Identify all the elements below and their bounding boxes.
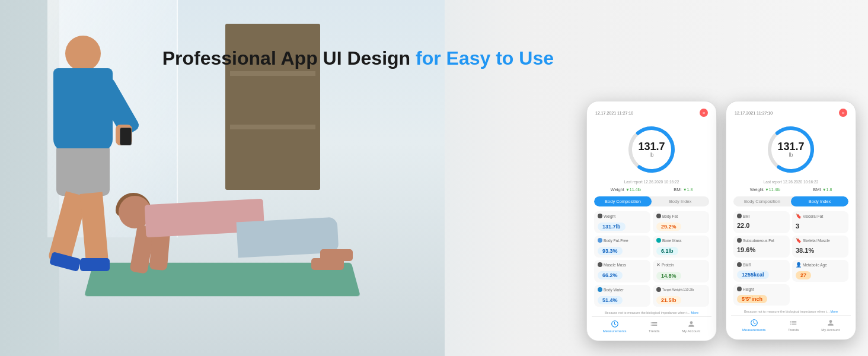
phone2-weight-stat: Weight ▼11.4lb xyxy=(750,187,780,192)
comp-fatfree-label: Body Fat-Free xyxy=(604,239,628,243)
comp-weight-label: Weight xyxy=(604,214,615,218)
phone1-gauge-text: 131.7 lb xyxy=(638,141,665,158)
index-subcut-value: 19.6% xyxy=(737,246,755,253)
target-dot-icon xyxy=(656,287,661,292)
metage-icon: 👤 xyxy=(796,262,802,268)
phone2-index-skeletal: 🔖 Skeletal Muscle 38.1% xyxy=(792,236,848,258)
weight-dot-icon xyxy=(598,214,602,218)
index-metage-value: 27 xyxy=(796,271,811,279)
phone2-tabs: Body Composition Body Index xyxy=(733,196,848,206)
man-figure xyxy=(47,36,119,273)
phone1-comp-water: Body Water 51.4% xyxy=(594,285,650,307)
skeletal-icon: 🔖 xyxy=(796,238,802,243)
index-skeletal-value: 38.1% xyxy=(796,247,814,254)
phone1-comp-target: Target Weight:110.2lb 21.5lb xyxy=(653,285,709,307)
phone1-timestamp: 12.17.2021 11:27:10 xyxy=(595,111,633,115)
bone-dot-icon xyxy=(656,238,661,243)
phone1-weight-stat: Weight ▼11.4lb xyxy=(611,187,641,192)
phone2-nav-measurements[interactable]: Measurements xyxy=(742,319,766,332)
comp-bone-value: 6.1lb xyxy=(656,247,678,255)
phone1-nav-account[interactable]: My Account xyxy=(682,320,700,333)
man-phone xyxy=(120,128,132,145)
fatfree-dot-icon xyxy=(598,238,602,243)
phone1-tab-index[interactable]: Body Index xyxy=(652,196,709,206)
phone2-bmi-change: ▼1.8 xyxy=(822,187,832,192)
measurements-nav-icon xyxy=(610,320,620,328)
title-blue: for Easy to Use xyxy=(410,47,554,69)
phone2-weight-value: 131.7 xyxy=(777,141,804,152)
protein-x-icon: ✕ xyxy=(656,262,660,268)
phone1-more-link[interactable]: More xyxy=(691,311,699,314)
man-leg-right xyxy=(80,192,108,265)
phone1-comp-bone: Bone Mass 6.1lb xyxy=(653,236,709,258)
bmi-dot-icon xyxy=(737,214,742,218)
comp-fatfree-value: 93.3% xyxy=(598,247,623,255)
page-title: Professional App UI Design for Easy to U… xyxy=(162,47,554,69)
phone2-index-bmr: BMR 1255kcal xyxy=(733,260,790,282)
muscle-dot-icon xyxy=(598,262,602,267)
index-height-value: 5'5"inch xyxy=(737,295,767,303)
phone1-tabs: Body Composition Body Index xyxy=(594,196,709,206)
phone2-nav-trends[interactable]: Trends xyxy=(788,319,799,332)
phone2-weight-unit: lb xyxy=(777,152,804,158)
phone1-comp-muscle: Muscle Mass 66.2% xyxy=(594,260,650,282)
phone2-stats-row: Weight ▼11.4lb BMI ▼1.8 xyxy=(731,185,851,194)
phone2-more-link[interactable]: More xyxy=(831,310,838,313)
woman-figure xyxy=(119,190,356,297)
phone1-bmi-label: BMI xyxy=(674,187,681,192)
visceral-icon: 🔖 xyxy=(796,214,802,219)
phone2-tab-composition[interactable]: Body Composition xyxy=(733,196,791,206)
phone2-gauge-circle: 131.7 lb xyxy=(764,123,818,176)
phone1-weight-value: 131.7 xyxy=(638,141,665,152)
bodyfat-dot-icon xyxy=(656,214,661,218)
comp-bone-label: Bone Mass xyxy=(662,239,682,243)
comp-bodyfat-value: 29.2% xyxy=(656,223,681,231)
comp-muscle-label: Muscle Mass xyxy=(604,263,626,267)
phone1-nav-measurements[interactable]: Measurements xyxy=(603,320,627,333)
account-nav-icon-2 xyxy=(826,319,835,327)
phone1-comp-bodyfat: Body Fat 29.2% xyxy=(653,211,709,233)
phone1-comp-fatfree: Body Fat-Free 93.3% xyxy=(594,236,650,258)
phone2-weight-gauge: 131.7 lb xyxy=(731,123,851,176)
phone1-nav: Measurements Trends My Account xyxy=(592,316,711,336)
phone2-index-subcut: Subcutaneous Fat 19.6% xyxy=(733,236,790,258)
phone2-index-height: Height 5'5"inch xyxy=(733,284,790,306)
comp-water-value: 51.4% xyxy=(598,296,623,304)
comp-muscle-value: 66.2% xyxy=(598,271,623,279)
phone2-bmi-stat: BMI ▼1.8 xyxy=(813,187,832,192)
phone-mockup-2: 12.17.2021 11:27:10 × 131.7 lb xyxy=(726,101,856,340)
comp-protein-value: 14.8% xyxy=(656,272,681,280)
phone-mockup-1: 12.17.2021 11:27:10 × 131.7 lb xyxy=(586,101,717,341)
index-bmr-value: 1255kcal xyxy=(737,271,769,279)
man-body xyxy=(53,68,113,151)
phone2-gauge-text: 131.7 lb xyxy=(777,141,804,158)
trends-nav-icon xyxy=(649,320,659,328)
phone2-warning: Because not to measure the biological im… xyxy=(731,308,851,315)
title-black: Professional App UI Design xyxy=(162,47,410,69)
phone2-index-bmi: BMI 22.0 xyxy=(733,211,790,233)
phone2-index-metage: 👤 Metabolic Age 27 xyxy=(792,260,848,282)
phone1-nav-trends[interactable]: Trends xyxy=(649,320,659,333)
phone-screen-1: 12.17.2021 11:27:10 × 131.7 lb xyxy=(587,101,716,341)
phone1-weight-change: ▼11.4lb xyxy=(626,187,641,192)
comp-target-value: 21.5lb xyxy=(656,296,681,304)
index-visceral-value: 3 xyxy=(796,223,799,230)
phone1-tab-composition[interactable]: Body Composition xyxy=(594,196,652,206)
phone1-bmi-stat: BMI ▼1.8 xyxy=(674,187,693,192)
phone1-close-button[interactable]: × xyxy=(700,109,708,117)
index-bmi-value: 22.0 xyxy=(737,222,749,229)
phone2-nav-account[interactable]: My Account xyxy=(821,319,840,332)
phone2-nav: Measurements Trends My Account xyxy=(731,315,851,335)
comp-target-label: Target Weight:110.2lb xyxy=(662,288,694,291)
account-nav-icon xyxy=(687,320,696,328)
woman-foot-right xyxy=(311,258,344,270)
measurements-nav-icon-2 xyxy=(749,319,759,327)
water-dot-icon xyxy=(598,287,602,292)
phone1-weight-unit: lb xyxy=(638,152,665,158)
trends-nav-icon-2 xyxy=(789,319,798,327)
phone2-tab-index[interactable]: Body Index xyxy=(791,196,848,206)
comp-weight-value: 131.7lb xyxy=(598,223,626,231)
phones-container: 12.17.2021 11:27:10 × 131.7 lb xyxy=(586,101,856,341)
phone1-weight-gauge: 131.7 lb xyxy=(592,123,711,176)
phone2-close-button[interactable]: × xyxy=(839,109,847,117)
